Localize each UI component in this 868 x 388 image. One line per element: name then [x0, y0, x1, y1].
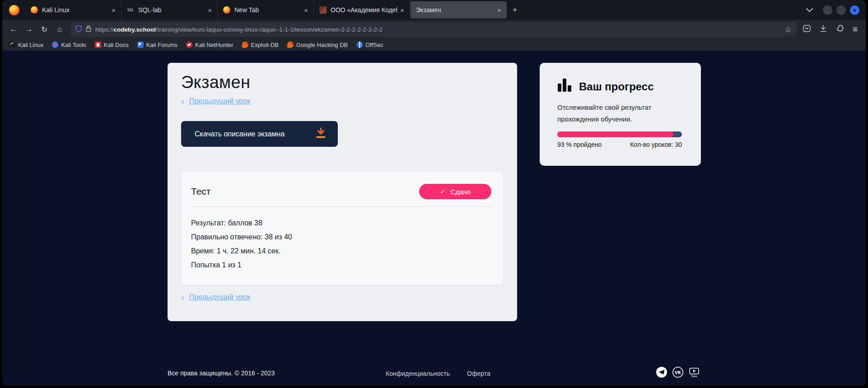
bookmark-label: Kali Forums [146, 42, 177, 48]
tab-new-tab[interactable]: New Tab × [218, 0, 314, 20]
sql-favicon-icon: SQL [127, 6, 134, 14]
downloads-icon[interactable] [820, 25, 827, 34]
progress-card: Ваш прогресс Отслеживайте свой результат… [540, 63, 701, 166]
bookmark-google-hacking-db[interactable]: Google Hacking DB [287, 42, 348, 48]
maximize-button[interactable] [836, 5, 846, 15]
check-icon: ✓ [440, 187, 446, 196]
result-attempt: Попытка 1 из 1 [191, 258, 491, 272]
download-exam-description-button[interactable]: Скачать описание экзамна [181, 121, 338, 147]
back-icon[interactable]: ← [6, 22, 21, 37]
exploit-db-icon [242, 42, 248, 48]
tab-academy[interactable]: ООО «Академия Кодеба × [314, 0, 410, 20]
bookmark-label: Google Hacking DB [296, 42, 348, 48]
bookmark-label: Kali Linux [18, 42, 43, 48]
copyright-text: Все права защищены. © 2016 - 2023 [168, 369, 275, 377]
test-result-card: Тест ✓ Сдано Результат: баллов 38 Правил… [181, 172, 503, 285]
previous-lesson-link-top[interactable]: ‹ Предыдущий урок [181, 97, 250, 106]
tab-bar: Kali Linux × SQL SQL-lab × New Tab × ООО… [2, 0, 866, 20]
result-score: Результат: баллов 38 [191, 216, 491, 230]
page-content: Экзамен ‹ Предыдущий урок Скачать описан… [2, 51, 866, 386]
tab-label: Kali Linux [42, 6, 109, 14]
bookmark-kali-docs[interactable]: Kali Docs [95, 42, 129, 48]
window-close-button[interactable]: × [850, 5, 859, 15]
progress-bar-fill [557, 131, 673, 137]
bookmark-label: OffSec [365, 42, 383, 48]
lock-icon[interactable] [86, 25, 91, 34]
tab-kali-linux[interactable]: Kali Linux × [25, 0, 121, 20]
kali-tools-icon [52, 42, 58, 48]
bookmark-offsec[interactable]: OffSec [356, 42, 383, 48]
url-bar[interactable]: https://codeby.school/training/view/kurs… [71, 22, 797, 37]
chevron-left-icon: ‹ [181, 97, 184, 106]
kali-forums-icon [137, 42, 144, 48]
exam-card: Экзамен ‹ Предыдущий урок Скачать описан… [168, 63, 517, 321]
url-host: codeby.school [114, 26, 156, 33]
kali-docs-icon [95, 42, 101, 48]
bookmark-label: Kali Docs [104, 42, 129, 48]
firefox-icon [223, 6, 230, 14]
google-hacking-db-icon [287, 42, 294, 48]
privacy-link[interactable]: Конфиденциальность [386, 370, 450, 377]
tab-close-icon[interactable]: × [400, 6, 404, 14]
passed-badge-label: Сдано [451, 188, 471, 196]
vk-icon[interactable]: VK [672, 366, 684, 378]
social-links: VK Tube [656, 366, 700, 378]
bookmark-exploit-db[interactable]: Exploit-DB [242, 42, 279, 48]
bookmark-kali-nethunter[interactable]: Kali NetHunter [186, 42, 233, 48]
site-favicon-icon [319, 6, 327, 14]
svg-text:Tube: Tube [691, 374, 697, 378]
navigation-toolbar: ← → ↻ ⌂ https://codeby.school/training/v… [2, 20, 866, 39]
forward-icon[interactable]: → [21, 22, 37, 37]
tab-ekzamen-active[interactable]: Экзамен × [411, 1, 507, 19]
bookmark-kali-forums[interactable]: Kali Forums [137, 42, 177, 48]
bookmark-label: Kali NetHunter [195, 42, 233, 48]
bookmark-kali-tools[interactable]: Kali Tools [52, 42, 86, 48]
youtube-icon[interactable]: Tube [688, 366, 700, 378]
download-arrow-icon [316, 127, 326, 140]
extensions-puzzle-icon[interactable] [836, 25, 844, 34]
footer-links: Конфиденциальность Оферта [386, 370, 490, 377]
bookmark-label: Exploit-DB [251, 42, 279, 48]
tracking-protection-shield-icon[interactable] [76, 25, 82, 34]
tab-close-icon[interactable]: × [497, 6, 501, 14]
firefox-logo-icon [9, 5, 19, 15]
svg-text:VK: VK [675, 370, 681, 375]
new-tab-button[interactable]: + [507, 5, 523, 15]
divider [191, 206, 491, 207]
tab-sql-lab[interactable]: SQL SQL-lab × [121, 0, 218, 20]
tab-label: Экзамен [416, 6, 495, 14]
bookmark-kali-linux[interactable]: Kali Linux [9, 42, 43, 48]
kali-linux-icon [9, 42, 15, 48]
tab-close-icon[interactable]: × [112, 6, 116, 14]
test-results: Результат: баллов 38 Правильно отвечено:… [191, 216, 491, 272]
download-button-label: Скачать описание экзамна [195, 130, 285, 138]
offer-link[interactable]: Оферта [467, 370, 490, 377]
reload-icon[interactable]: ↻ [37, 22, 52, 37]
result-time: Время: 1 ч. 22 мин. 14 сек. [191, 244, 491, 258]
previous-lesson-link-label[interactable]: Предыдущий урок [189, 97, 250, 105]
previous-lesson-link-bottom[interactable]: ‹ Предыдущий урок [181, 293, 250, 302]
pocket-icon[interactable] [803, 25, 811, 34]
progress-percent-label: 93 % пройдено [557, 141, 602, 148]
home-icon[interactable]: ⌂ [52, 22, 67, 37]
result-correct: Правильно отвечено: 38 из 40 [191, 230, 491, 244]
tab-label: ООО «Академия Кодеба [331, 6, 397, 14]
offsec-icon [356, 42, 363, 48]
telegram-icon[interactable] [656, 366, 667, 378]
lessons-count-label: Кол-во уроков: 30 [630, 141, 682, 148]
tab-close-icon[interactable]: × [208, 6, 212, 14]
url-text: https://codeby.school/training/view/kurs… [95, 26, 781, 33]
hamburger-menu-icon[interactable]: ≡ [853, 24, 858, 34]
minimize-button[interactable] [823, 5, 832, 15]
list-all-tabs-chevron-icon[interactable] [806, 8, 813, 12]
bar-chart-icon [558, 78, 571, 92]
progress-title: Ваш прогресс [579, 80, 654, 93]
previous-lesson-link-label[interactable]: Предыдущий урок [189, 293, 250, 301]
bookmark-star-icon[interactable]: ☆ [785, 25, 792, 34]
progress-description: Отслеживайте свой результат прохождения … [557, 102, 679, 125]
test-title: Тест [191, 186, 210, 197]
browser-window: Kali Linux × SQL SQL-lab × New Tab × ООО… [0, 0, 868, 388]
firefox-icon [31, 6, 38, 14]
progress-bar [557, 131, 682, 137]
tab-close-icon[interactable]: × [304, 6, 308, 14]
